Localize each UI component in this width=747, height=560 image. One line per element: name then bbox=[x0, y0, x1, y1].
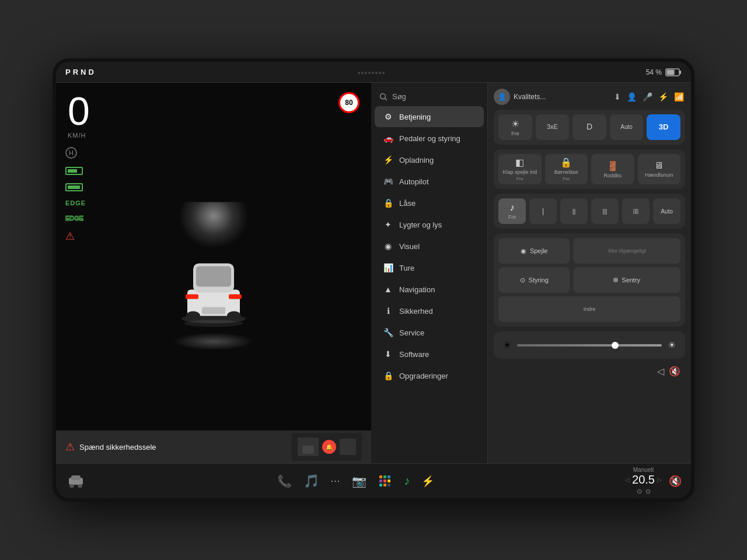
svg-rect-7 bbox=[186, 294, 198, 299]
menu-item-sikkerhed[interactable]: ℹ Sikkerhed bbox=[375, 300, 484, 321]
audio-1-btn[interactable]: | bbox=[529, 198, 557, 224]
brightness-row: ☀ ☀ bbox=[498, 336, 680, 354]
audio-3-btn[interactable]: ||| bbox=[591, 198, 619, 224]
svg-rect-27 bbox=[388, 484, 390, 487]
right-panel: 👤 Kvalitets... ⬇ 👤 🎤 ⚡ 📶 ☀ bbox=[488, 83, 691, 463]
menu-label-opgraderinger: Opgraderinger bbox=[399, 372, 448, 380]
child-lock-btn[interactable]: 🔒 Børneläse Fre bbox=[545, 154, 588, 184]
screen-content: PRND 54 % bbox=[56, 62, 691, 498]
laase-icon: 🔒 bbox=[383, 198, 393, 208]
svg-rect-25 bbox=[379, 484, 382, 487]
sentry-ctrl[interactable]: Sentry bbox=[573, 267, 680, 293]
siri-icon[interactable]: 🎵 bbox=[303, 474, 319, 489]
cabin-ctrl[interactable]: Indre bbox=[498, 296, 680, 322]
svg-point-18 bbox=[78, 484, 82, 488]
temp-mode-label: Manuelt bbox=[625, 467, 662, 473]
menu-item-opladning[interactable]: ⚡ Opladning bbox=[375, 149, 484, 170]
menu-item-opgraderinger[interactable]: 🔒 Opgraderinger bbox=[375, 365, 484, 386]
audio-auto-btn[interactable]: Auto bbox=[653, 198, 680, 224]
lygter-icon: ✦ bbox=[383, 220, 393, 229]
wifi-icon[interactable]: 📶 bbox=[673, 91, 685, 103]
svg-rect-2 bbox=[666, 69, 674, 75]
menu-item-software[interactable]: ⬇ Software bbox=[375, 344, 484, 365]
display-mode-row: ☀ Fre 3xE D Auto bbox=[498, 114, 680, 140]
bluetooth-header-icon[interactable]: ⚡ bbox=[657, 91, 669, 103]
fold-mirrors-btn[interactable]: ◧ Klap spejle ind Fre bbox=[498, 154, 542, 184]
menu-label-opladning: Opladning bbox=[399, 156, 434, 164]
seat-left-icon[interactable]: ⊙ bbox=[637, 488, 642, 495]
battery-percentage: 54 % bbox=[646, 68, 662, 76]
menu-item-autopilot[interactable]: 🎮 Autopilot bbox=[375, 171, 484, 192]
menu-label-visuel: Visuel bbox=[399, 242, 420, 251]
warning-triangle-icon: ⚠ bbox=[65, 440, 75, 453]
mirror-ctrl[interactable]: ◉ Spejle bbox=[498, 238, 570, 264]
speed-display: 0 KM/H bbox=[68, 91, 90, 139]
car-taskbar-icon[interactable] bbox=[65, 473, 86, 489]
user-icon[interactable]: 👤 bbox=[626, 91, 638, 103]
temp-decrease-btn[interactable]: ◁ bbox=[625, 477, 630, 483]
dots-menu-icon[interactable]: ··· bbox=[331, 476, 340, 487]
battery-area: 54 % bbox=[646, 68, 682, 76]
menu-item-visuel[interactable]: ◉ Visuel bbox=[375, 236, 484, 257]
menu-item-ture[interactable]: 📊 Ture bbox=[375, 257, 484, 278]
mode-d-btn[interactable]: D bbox=[573, 114, 606, 140]
mode-3d-btn[interactable]: 3D bbox=[647, 114, 680, 140]
indicator-battery bbox=[65, 167, 86, 175]
bluetooth-taskbar-icon[interactable]: ⚡ bbox=[421, 475, 434, 488]
profile-name: Kvalitets... bbox=[514, 93, 546, 101]
menu-label-laase: Låse bbox=[399, 199, 416, 208]
steering-ctrl[interactable]: ⊙ Styring bbox=[498, 267, 570, 293]
volume-icon[interactable]: 🔇 bbox=[669, 366, 680, 377]
mirror-label: Spejle bbox=[530, 247, 548, 254]
mirror-sentry-row: ◉ Spejle Ikke tilgængeligt bbox=[498, 238, 680, 264]
menu-item-lygter[interactable]: ✦ Lygter og lys bbox=[375, 214, 484, 235]
indicator-edge2: EDGE bbox=[65, 215, 86, 222]
cabin-row: Indre bbox=[498, 296, 680, 322]
cabin-label: Indre bbox=[584, 306, 596, 312]
spotify-icon[interactable]: ♪ bbox=[404, 474, 410, 488]
warning-text: Spænd sikkerhedssele bbox=[79, 443, 156, 452]
mode-fre-btn[interactable]: ☀ Fre bbox=[498, 114, 532, 140]
audio-controls-section: ♪ Fre | || ||| |||| bbox=[494, 194, 685, 229]
gear-dot bbox=[368, 72, 371, 74]
search-bar[interactable]: Søg bbox=[371, 88, 487, 106]
speed-number: 0 bbox=[68, 91, 90, 131]
svg-point-17 bbox=[69, 484, 74, 488]
svg-rect-20 bbox=[383, 475, 386, 478]
mode-3xe-btn[interactable]: 3xE bbox=[536, 114, 570, 140]
phone-icon[interactable]: 📞 bbox=[277, 474, 292, 488]
menu-item-navigation[interactable]: ▲ Navigation bbox=[375, 279, 484, 300]
indicator-h: H bbox=[65, 147, 86, 159]
rod-btn[interactable]: 🚪 Roddks bbox=[591, 154, 634, 184]
svg-rect-19 bbox=[379, 475, 382, 478]
search-label: Søg bbox=[392, 92, 406, 101]
brightness-slider[interactable] bbox=[517, 344, 662, 346]
menu-item-service[interactable]: 🔧 Service bbox=[375, 322, 484, 343]
mic-icon[interactable]: 🎤 bbox=[641, 91, 654, 103]
seat-right-icon[interactable]: ⊙ bbox=[645, 488, 651, 495]
apps-grid-icon[interactable] bbox=[378, 474, 392, 488]
warning-bar: ⚠ Spænd sikkerhedssele 🔔 bbox=[56, 430, 371, 463]
temp-increase-btn[interactable]: ▷ bbox=[657, 477, 662, 483]
screen-bezel: PRND 54 % bbox=[53, 58, 694, 502]
mode-auto-btn[interactable]: Auto bbox=[610, 114, 644, 140]
volume-taskbar-icon[interactable]: 🔇 bbox=[669, 475, 682, 488]
ground-glow bbox=[173, 332, 254, 350]
warning-thumbnail[interactable]: 🔔 bbox=[292, 433, 362, 461]
menu-item-pedaler[interactable]: 🚗 Pedaler og styring bbox=[375, 128, 484, 149]
handles-btn[interactable]: 🖥 Hændlsnum bbox=[638, 154, 681, 184]
betjening-icon: ⚙ bbox=[383, 112, 393, 121]
top-bar: PRND 54 % bbox=[56, 62, 691, 83]
brightness-section: ☀ ☀ bbox=[494, 331, 685, 359]
audio-play-btn[interactable]: ♪ Fre bbox=[498, 198, 526, 224]
profile-avatar: 👤 bbox=[494, 89, 510, 105]
svg-rect-24 bbox=[388, 480, 390, 482]
menu-item-laase[interactable]: 🔒 Låse bbox=[375, 192, 484, 214]
camera-icon[interactable]: 📷 bbox=[352, 474, 366, 488]
audio-2-btn[interactable]: || bbox=[560, 198, 588, 224]
audio-4-btn[interactable]: |||| bbox=[622, 198, 650, 224]
download-icon[interactable]: ⬇ bbox=[613, 91, 622, 103]
battery-icon bbox=[665, 68, 682, 76]
menu-item-betjening[interactable]: ⚙ Betjening bbox=[375, 106, 484, 127]
prev-icon[interactable]: ◁ bbox=[657, 366, 664, 377]
